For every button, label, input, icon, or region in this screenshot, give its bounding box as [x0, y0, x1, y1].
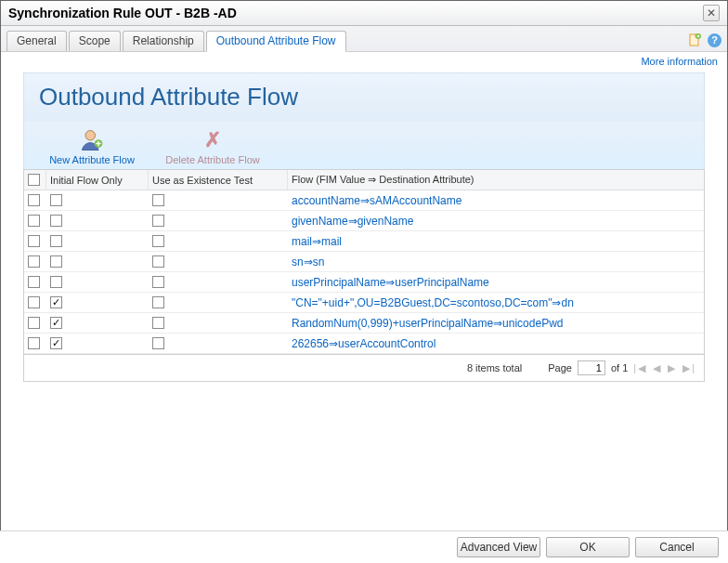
existence-test-checkbox[interactable]	[152, 296, 164, 308]
col-initial-flow[interactable]: Initial Flow Only	[46, 170, 149, 190]
existence-test-checkbox[interactable]	[152, 317, 164, 329]
advanced-view-button[interactable]: Advanced View	[457, 537, 540, 557]
page-title: Outbound Attribute Flow	[39, 83, 689, 111]
select-all-checkbox[interactable]	[28, 174, 40, 186]
delete-icon: ✗	[154, 126, 271, 154]
delete-attribute-flow-button: ✗ Delete Attribute Flow	[152, 124, 273, 167]
page-of: of 1	[611, 362, 628, 373]
window-title: Synchronization Rule OUT - B2B -AD	[8, 6, 237, 20]
pager-first[interactable]: |◀	[633, 362, 647, 374]
table-row[interactable]: givenName⇒givenName	[24, 211, 704, 231]
table-row[interactable]: 262656⇒userAccountControl	[24, 334, 704, 354]
row-select-checkbox[interactable]	[28, 337, 40, 349]
table-row[interactable]: "CN="+uid+",OU=B2BGuest,DC=scontoso,DC=c…	[24, 293, 704, 313]
tab-outbound-attribute-flow[interactable]: Outbound Attribute Flow	[206, 31, 346, 52]
user-add-icon	[33, 126, 150, 154]
initial-flow-checkbox[interactable]	[50, 317, 62, 329]
col-flow[interactable]: Flow (FIM Value ⇒ Destination Attribute)	[288, 170, 704, 190]
tab-scope[interactable]: Scope	[69, 31, 121, 51]
flow-value[interactable]: givenName⇒givenName	[288, 211, 704, 230]
delete-attribute-flow-label: Delete Attribute Flow	[154, 154, 271, 165]
initial-flow-checkbox[interactable]	[50, 235, 62, 247]
table-row[interactable]: sn⇒sn	[24, 252, 704, 272]
table-row[interactable]: RandomNum(0,999)+userPrincipalName⇒unico…	[24, 313, 704, 334]
col-existence-test[interactable]: Use as Existence Test	[149, 170, 288, 190]
grid-header: Initial Flow Only Use as Existence Test …	[24, 170, 704, 190]
pager-prev[interactable]: ◀	[653, 362, 662, 374]
page-label: Page	[548, 362, 572, 373]
flow-value[interactable]: RandomNum(0,999)+userPrincipalName⇒unico…	[288, 313, 704, 333]
row-select-checkbox[interactable]	[28, 317, 40, 329]
attribute-flow-grid: Initial Flow Only Use as Existence Test …	[23, 169, 705, 355]
row-select-checkbox[interactable]	[28, 235, 40, 247]
new-attribute-flow-button[interactable]: New Attribute Flow	[32, 124, 152, 167]
more-info-row: More information	[1, 52, 727, 67]
initial-flow-checkbox[interactable]	[50, 194, 62, 206]
items-total: 8 items total	[467, 362, 522, 373]
table-row[interactable]: mail⇒mail	[24, 231, 704, 252]
pager-next[interactable]: ▶	[668, 362, 677, 374]
tab-row: General Scope Relationship Outbound Attr…	[1, 26, 727, 52]
pager-last[interactable]: ▶|	[682, 362, 696, 374]
flow-value[interactable]: sn⇒sn	[288, 252, 704, 271]
flow-value[interactable]: mail⇒mail	[288, 231, 704, 251]
dialog-footer: Advanced View OK Cancel	[0, 530, 728, 563]
help-icon[interactable]: ?	[708, 33, 722, 47]
flow-value[interactable]: "CN="+uid+",OU=B2BGuest,DC=scontoso,DC=c…	[288, 293, 704, 312]
table-row[interactable]: userPrincipalName⇒userPrincipalName	[24, 272, 704, 293]
flow-value[interactable]: accountName⇒sAMAccountName	[288, 190, 704, 210]
cancel-button[interactable]: Cancel	[635, 537, 719, 557]
row-select-checkbox[interactable]	[28, 215, 40, 227]
initial-flow-checkbox[interactable]	[50, 296, 62, 308]
row-select-checkbox[interactable]	[28, 194, 40, 206]
existence-test-checkbox[interactable]	[152, 255, 164, 268]
existence-test-checkbox[interactable]	[152, 276, 164, 288]
existence-test-checkbox[interactable]	[152, 215, 164, 227]
initial-flow-checkbox[interactable]	[50, 255, 62, 268]
existence-test-checkbox[interactable]	[152, 235, 164, 247]
svg-point-2	[85, 131, 96, 141]
new-attribute-flow-label: New Attribute Flow	[33, 154, 150, 165]
more-information-link[interactable]: More information	[641, 56, 718, 67]
new-page-icon[interactable]	[687, 33, 702, 47]
card-header: Outbound Attribute Flow	[23, 72, 705, 121]
initial-flow-checkbox[interactable]	[50, 276, 62, 288]
close-button[interactable]: ✕	[703, 5, 720, 21]
flow-value[interactable]: userPrincipalName⇒userPrincipalName	[288, 272, 704, 292]
content: Outbound Attribute Flow New Attribute Fl…	[1, 67, 727, 382]
existence-test-checkbox[interactable]	[152, 194, 164, 206]
tab-relationship[interactable]: Relationship	[123, 31, 204, 51]
row-select-checkbox[interactable]	[28, 276, 40, 288]
pager: 8 items total Page of 1 |◀ ◀ ▶ ▶|	[23, 355, 705, 382]
titlebar: Synchronization Rule OUT - B2B -AD ✕	[1, 1, 727, 26]
initial-flow-checkbox[interactable]	[50, 215, 62, 227]
close-icon: ✕	[707, 7, 716, 20]
ok-button[interactable]: OK	[546, 537, 630, 557]
table-row[interactable]: accountName⇒sAMAccountName	[24, 190, 704, 211]
col-select	[24, 170, 46, 190]
tab-general[interactable]: General	[6, 31, 67, 51]
row-select-checkbox[interactable]	[28, 255, 40, 268]
flow-value[interactable]: 262656⇒userAccountControl	[288, 334, 704, 353]
initial-flow-checkbox[interactable]	[50, 337, 62, 349]
page-input[interactable]	[578, 360, 605, 375]
existence-test-checkbox[interactable]	[152, 337, 164, 349]
row-select-checkbox[interactable]	[28, 296, 40, 308]
toolbar: New Attribute Flow ✗ Delete Attribute Fl…	[23, 121, 705, 169]
